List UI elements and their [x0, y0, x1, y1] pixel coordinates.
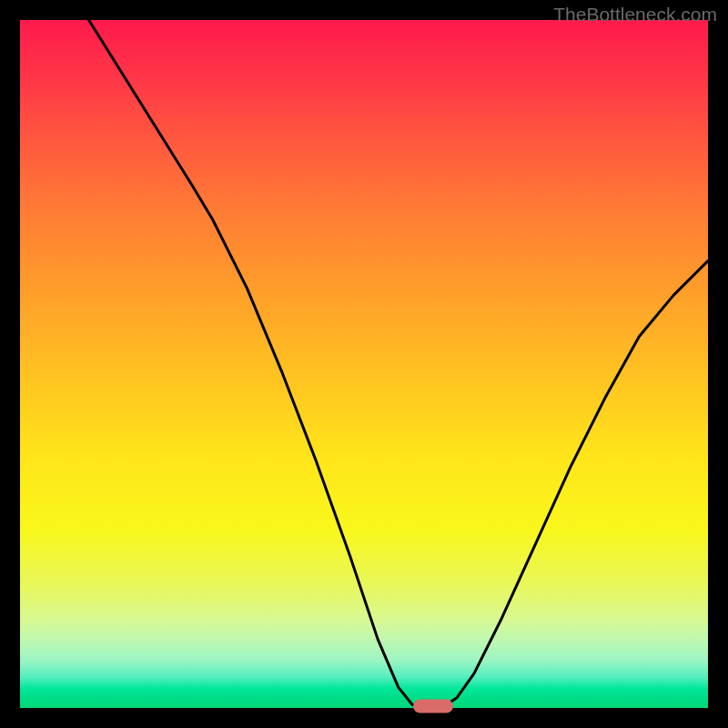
watermark-text: TheBottleneck.com [553, 4, 717, 25]
bottleneck-curve [89, 20, 708, 708]
highlight-marker [413, 700, 453, 713]
curve-svg [20, 20, 708, 708]
plot-area [20, 20, 708, 708]
